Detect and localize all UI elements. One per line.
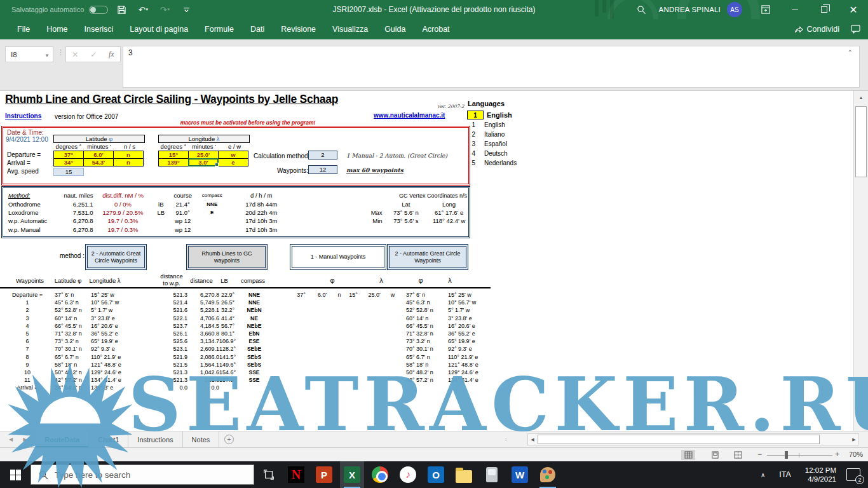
calc-method-cell[interactable]: 2	[308, 151, 337, 159]
arrival-lon-degrees-cell[interactable]: 139°	[158, 158, 189, 166]
close-button[interactable]: ✕	[839, 0, 868, 19]
vertical-scrollbar-thumb[interactable]	[855, 106, 867, 177]
ribbon-tab[interactable]: Acrobat	[414, 19, 458, 39]
taskbar-appliance-app-icon[interactable]	[480, 461, 504, 488]
prev-sheet-icon[interactable]: ◀	[9, 437, 13, 442]
auto-great-circle-button[interactable]: 2 - Automatic Great Circle Waypoints	[85, 244, 147, 270]
ribbon-tab[interactable]: Formule	[196, 19, 242, 39]
taskbar-outlook-icon[interactable]: O	[424, 461, 448, 488]
arrival-lon-minutes-cell-selected[interactable]: 3.0'	[188, 158, 219, 166]
ribbon-tab[interactable]: Visualizza	[324, 19, 376, 39]
waypoints-count-cell[interactable]: 12	[308, 165, 337, 174]
next-sheet-icon[interactable]: ▶	[23, 437, 27, 442]
user-name[interactable]: ANDREA SPINALI	[659, 6, 721, 13]
taskbar-netflix-icon[interactable]: N	[284, 461, 308, 488]
tray-language-indicator[interactable]: ITA	[779, 470, 791, 479]
taskbar-powerpoint-icon[interactable]: P	[312, 461, 336, 488]
taskbar-chrome-icon[interactable]	[368, 461, 392, 488]
confirm-entry-icon[interactable]: ✓	[90, 50, 97, 59]
longitude-table: Longitude λ degrees ° minutes ' e / w 15…	[158, 135, 250, 166]
ribbon-tab[interactable]: Home	[38, 19, 76, 39]
worksheet-area[interactable]: Rhumb Line and Great Circle Sailing - Wa…	[0, 91, 853, 431]
redo-button[interactable]: ↷▾	[156, 0, 173, 19]
zoom-slider-thumb[interactable]	[785, 451, 788, 459]
scroll-left-icon[interactable]: ◀	[528, 434, 537, 445]
manual-lon-degrees[interactable]: 15°	[345, 292, 362, 298]
action-center-icon[interactable]: 2	[846, 468, 860, 481]
sheet-tab-routedata[interactable]: RouteData	[36, 431, 89, 447]
manual-lat-degrees[interactable]: 37°	[292, 292, 311, 298]
tray-show-hidden-icons-icon[interactable]: ∧	[761, 471, 765, 478]
autosave-toggle[interactable]	[89, 6, 108, 14]
sheet-tab-notes[interactable]: Notes	[183, 431, 220, 447]
scroll-up-icon[interactable]: ▲	[854, 91, 868, 104]
vertical-scrollbar[interactable]: ▲	[853, 91, 868, 431]
zoom-in-icon[interactable]: +	[835, 450, 839, 459]
instructions-link[interactable]: Instructions	[5, 112, 41, 119]
search-icon[interactable]	[627, 0, 656, 19]
loxodromic-bearing: 26.5°	[219, 299, 234, 306]
rhumb-lines-to-gc-button[interactable]: Rhumb Lines to GC waypoints	[186, 244, 268, 270]
comments-icon[interactable]	[851, 25, 860, 34]
arrival-lat-minutes-cell[interactable]: 54.3'	[83, 158, 114, 166]
taskbar-search[interactable]	[31, 464, 254, 485]
arrival-lat-ns-cell[interactable]: n	[113, 158, 144, 166]
auto-great-circle-button-2[interactable]: 2 - Automatic Great Circle Waypoints	[387, 244, 468, 270]
horizontal-scrollbar[interactable]: ◀ ▶	[527, 433, 859, 445]
ribbon-tab[interactable]: Revisione	[273, 19, 324, 39]
ribbon-tab[interactable]: Guida	[376, 19, 414, 39]
taskbar-excel-icon[interactable]: X	[340, 461, 364, 488]
manual-waypoints-button[interactable]: 1 - Manual Waypoints	[290, 244, 386, 270]
task-view-icon[interactable]	[259, 466, 278, 484]
manual-lat-ns[interactable]: n	[334, 292, 345, 298]
ribbon-tab[interactable]: Inserisci	[76, 19, 122, 39]
arrival-lon-ew-cell[interactable]: e	[218, 158, 248, 166]
taskbar-word-icon[interactable]: W	[508, 461, 532, 488]
formula-input[interactable]: 3 ⌃	[123, 46, 860, 88]
avatar[interactable]: AS	[727, 2, 742, 17]
add-sheet-button[interactable]: +	[219, 431, 238, 447]
horizontal-scrollbar-thumb[interactable]	[538, 435, 820, 444]
website-link[interactable]: www.nauticalalmanac.it	[374, 112, 445, 119]
taskbar-music-icon[interactable]: ♪	[396, 461, 420, 488]
excel-title-bar: Salvataggio automatico ↶▾ ↷▾ JSRI2007.xl…	[0, 0, 868, 19]
manual-lon-ew[interactable]: w	[387, 292, 398, 298]
ribbon-display-options-button[interactable]	[751, 0, 780, 19]
collapse-formula-bar-icon[interactable]: ⌃	[848, 49, 853, 56]
quick-access-customize-button[interactable]	[178, 0, 194, 19]
sheet-tab-chart1[interactable]: Chart1	[89, 431, 128, 447]
ribbon-tab[interactable]: Layout di pagina	[121, 19, 196, 39]
name-box[interactable]: I8 ▼	[5, 46, 53, 62]
insert-function-icon[interactable]: fx	[109, 50, 114, 59]
manual-lat-minutes[interactable]: 6.0'	[311, 292, 334, 298]
language-select-cell[interactable]: 1	[467, 111, 484, 119]
zoom-level[interactable]: 70%	[844, 451, 863, 458]
normal-view-icon[interactable]	[681, 450, 695, 460]
taskbar-paint-icon[interactable]	[536, 461, 560, 488]
undo-button[interactable]: ↶▾	[135, 0, 151, 19]
manual-lon-minutes[interactable]: 25.0'	[362, 292, 387, 298]
taskbar-file-explorer-icon[interactable]	[452, 461, 476, 488]
datetime-value[interactable]: 9/4/2021 12:00	[6, 136, 48, 143]
page-layout-view-icon[interactable]	[708, 450, 722, 460]
restore-button[interactable]	[810, 0, 839, 19]
scroll-right-icon[interactable]: ▶	[850, 434, 858, 445]
ribbon-tab[interactable]: File	[9, 19, 38, 39]
search-input[interactable]	[55, 470, 233, 480]
sheet-tab-instructions[interactable]: Instructions	[128, 431, 182, 447]
cancel-entry-icon[interactable]: ✕	[72, 50, 78, 59]
minimize-button[interactable]	[780, 0, 810, 19]
avg-speed-cell[interactable]: 15	[53, 168, 84, 176]
tab-scroll-splitter[interactable]: ⁞	[505, 437, 507, 442]
waypoint-longitude: 129° 24.6' e	[91, 369, 152, 376]
ribbon-tab[interactable]: Dati	[242, 19, 273, 39]
zoom-out-icon[interactable]: −	[757, 450, 762, 459]
start-button[interactable]	[0, 461, 31, 488]
arrival-lat-degrees-cell[interactable]: 34°	[53, 158, 84, 166]
save-button[interactable]	[113, 0, 130, 19]
tray-clock[interactable]: 12:02 PM 4/9/2021	[805, 466, 836, 484]
share-button[interactable]: Condividi	[794, 25, 839, 34]
page-break-view-icon[interactable]	[731, 450, 745, 460]
name-box-dropdown-icon[interactable]: ▼	[44, 53, 50, 58]
zoom-slider-track[interactable]	[767, 455, 832, 456]
